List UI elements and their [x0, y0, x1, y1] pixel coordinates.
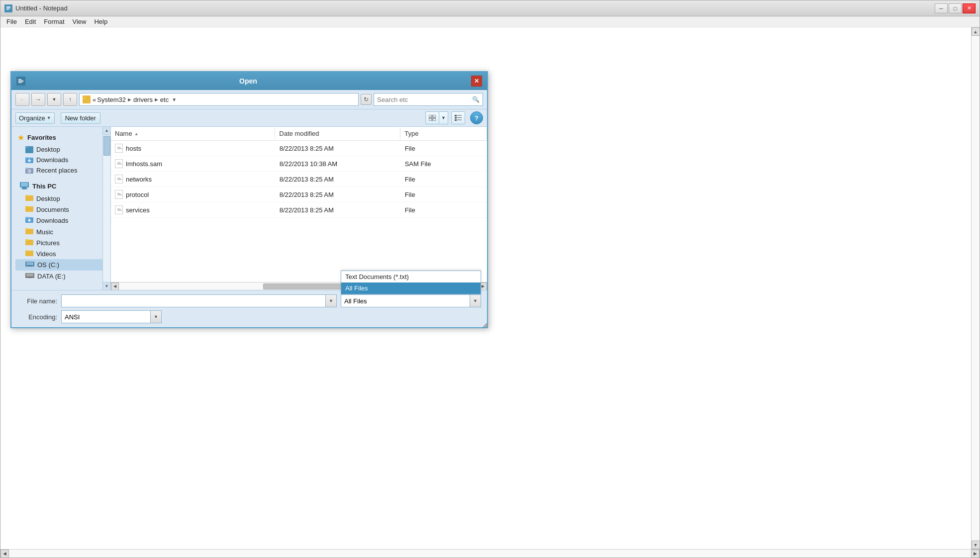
hscroll-left-button[interactable]: ◀ [111, 282, 119, 290]
organize-button[interactable]: Organize ▼ [15, 112, 55, 124]
sidebar-scroll-up[interactable]: ▲ [103, 127, 111, 135]
notepad-hscroll-right[interactable]: ▶ [971, 550, 980, 558]
filename-input[interactable] [65, 297, 322, 305]
new-folder-button[interactable]: New folder [61, 112, 100, 124]
filename-label: File name: [17, 297, 57, 305]
encoding-select[interactable]: ANSI [61, 310, 151, 323]
sidebar-scroll-thumb[interactable] [103, 136, 110, 156]
file-date-services: 8/22/2013 8:25 AM [276, 205, 401, 215]
notepad-scroll-up[interactable]: ▲ [972, 27, 980, 36]
organize-right: ▼ ? [425, 111, 483, 124]
filename-dropdown-button[interactable]: ▼ [326, 294, 337, 307]
up-button[interactable]: ↑ [63, 93, 77, 106]
menu-format[interactable]: Format [40, 17, 68, 26]
filetype-selected-value: All Files [344, 297, 367, 305]
svg-rect-14 [433, 118, 436, 121]
sidebar-item-pictures[interactable]: Pictures [15, 237, 108, 248]
notepad-scroll-down[interactable]: ▼ [972, 541, 980, 549]
svg-rect-5 [18, 79, 21, 80]
filetype-select[interactable]: All Files [341, 294, 470, 307]
organize-bar: Organize ▼ New folder [11, 109, 487, 127]
sidebar-scroll-down[interactable]: ▼ [103, 282, 111, 290]
sidebar-item-os-c[interactable]: OS (C:) [15, 259, 108, 271]
breadcrumb-arrow2: ► [154, 96, 159, 102]
window-close-button[interactable]: ✕ [963, 3, 976, 13]
dropdown-nav-button[interactable]: ▼ [47, 93, 61, 106]
sidebar-item-downloads-favorites[interactable]: Downloads [15, 155, 108, 165]
file-type-lmhosts: SAM File [401, 159, 487, 169]
minimize-button[interactable]: ─ [935, 3, 948, 13]
view-toggle-button[interactable] [425, 111, 439, 124]
notepad-scroll-track-v[interactable] [972, 36, 980, 541]
svg-rect-8 [18, 83, 22, 83]
help-button[interactable]: ? [470, 111, 483, 124]
file-row-services[interactable]: services 8/22/2013 8:25 AM File [111, 202, 487, 218]
sidebar-item-desktop-favorites[interactable]: Desktop [15, 144, 108, 155]
col-header-type[interactable]: Type [400, 128, 487, 139]
back-button[interactable]: ← [15, 93, 29, 106]
file-row-networks[interactable]: networks 8/22/2013 8:25 AM File [111, 172, 487, 187]
col-header-date[interactable]: Date modified [275, 128, 400, 139]
hscroll-thumb[interactable] [263, 283, 353, 289]
filetype-option-txt[interactable]: Text Documents (*.txt) [341, 271, 481, 282]
sidebar-label-downloads-fav: Downloads [36, 156, 68, 164]
refresh-button[interactable]: ↻ [361, 94, 372, 105]
sidebar-item-data-e[interactable]: DATA (E:) [15, 271, 108, 282]
breadcrumb-sep1: « [93, 96, 96, 103]
file-date-protocol: 8/22/2013 8:25 AM [276, 190, 401, 199]
sidebar-item-downloads-pc[interactable]: Downloads [15, 215, 108, 226]
svg-rect-46 [28, 266, 31, 267]
col-header-name[interactable]: Name ▲ [111, 128, 275, 139]
filename-input-wrapper [61, 294, 326, 307]
notepad-hscroll-left[interactable]: ◀ [0, 550, 9, 558]
pc-icon [19, 182, 29, 191]
filetype-dropdown-button[interactable]: ▼ [470, 294, 481, 307]
sidebar-item-music[interactable]: Music [15, 226, 108, 237]
encoding-label: Encoding: [17, 313, 57, 321]
file-row-protocol[interactable]: protocol 8/22/2013 8:25 AM File [111, 187, 487, 202]
notepad-hscroll-track[interactable] [9, 550, 971, 558]
search-icon[interactable]: 🔍 [472, 96, 480, 103]
sidebar-item-desktop-pc[interactable]: Desktop [15, 193, 108, 204]
sidebar-label-pictures: Pictures [36, 239, 60, 247]
search-bar[interactable]: 🔍 [374, 93, 483, 106]
sidebar-item-documents[interactable]: Documents [15, 204, 108, 215]
menu-help[interactable]: Help [90, 17, 111, 26]
dialog-close-button[interactable]: ✕ [471, 76, 482, 87]
title-bar-left: Untitled - Notepad [4, 4, 68, 12]
maximize-button[interactable]: □ [949, 3, 962, 13]
svg-rect-10 [84, 97, 86, 99]
encoding-dropdown-button[interactable]: ▼ [151, 310, 162, 323]
filetype-option-all[interactable]: All Files [341, 282, 481, 294]
file-row-lmhosts[interactable]: lmhosts.sam 8/22/2013 10:38 AM SAM File [111, 156, 487, 172]
svg-rect-43 [25, 250, 28, 252]
sidebar-item-videos[interactable]: Videos [15, 248, 108, 259]
breadcrumb-bar[interactable]: « System32 ► drivers ► etc ▼ [79, 93, 359, 106]
svg-rect-35 [25, 206, 28, 207]
details-view-button[interactable] [451, 111, 465, 124]
svg-rect-19 [455, 119, 457, 121]
menu-file[interactable]: File [2, 17, 21, 26]
breadcrumb-system32[interactable]: System32 [97, 96, 126, 103]
svg-rect-26 [25, 168, 28, 169]
folder-icon-downloads-pc [25, 216, 33, 225]
search-input[interactable] [377, 96, 472, 103]
breadcrumb-etc[interactable]: etc [160, 96, 169, 103]
resize-handle[interactable] [482, 322, 487, 327]
breadcrumb-drivers[interactable]: drivers [133, 96, 153, 103]
sidebar-favorites-header[interactable]: ★ Favorites [15, 131, 108, 144]
drive-icon-e [25, 272, 34, 280]
breadcrumb-chevron[interactable]: ▼ [172, 97, 177, 102]
menu-edit[interactable]: Edit [21, 17, 40, 26]
file-type-networks: File [401, 175, 487, 184]
sidebar-thispc-header[interactable]: This PC [15, 180, 108, 193]
title-bar-controls: ─ □ ✕ [935, 3, 976, 13]
view-dropdown-button[interactable]: ▼ [439, 111, 448, 124]
menu-view[interactable]: View [69, 17, 91, 26]
file-row-hosts[interactable]: hosts 8/22/2013 8:25 AM File [111, 141, 487, 156]
sidebar-favorites-section: ★ Favorites Desktop [11, 131, 110, 176]
forward-button[interactable]: → [31, 93, 45, 106]
folder-icon-desktop-pc [25, 194, 33, 202]
sidebar-item-recent-places[interactable]: Recent places [15, 165, 108, 176]
encoding-value: ANSI [65, 313, 80, 321]
